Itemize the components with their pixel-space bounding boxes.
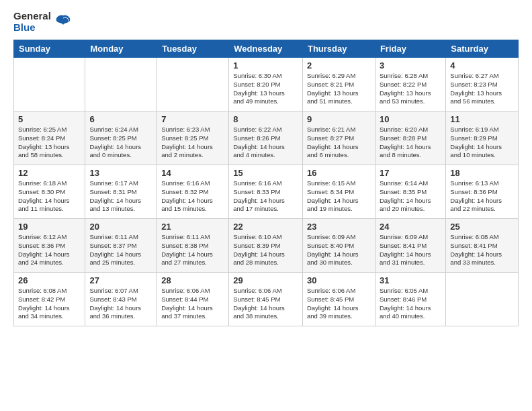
- week-row-1: 1Sunrise: 6:30 AM Sunset: 8:20 PM Daylig…: [14, 58, 519, 111]
- day-number: 11: [450, 114, 514, 124]
- calendar-cell: 29Sunrise: 6:06 AM Sunset: 8:45 PM Dayli…: [229, 273, 303, 326]
- calendar-cell: 11Sunrise: 6:19 AM Sunset: 8:29 PM Dayli…: [446, 111, 519, 165]
- calendar-cell: 9Sunrise: 6:21 AM Sunset: 8:27 PM Daylig…: [302, 111, 375, 165]
- calendar-header-row: SundayMondayTuesdayWednesdayThursdayFrid…: [14, 40, 519, 58]
- week-row-4: 19Sunrise: 6:12 AM Sunset: 8:36 PM Dayli…: [14, 219, 519, 273]
- header: General Blue: [13, 11, 519, 33]
- day-info: Sunrise: 6:22 AM Sunset: 8:26 PM Dayligh…: [233, 126, 298, 160]
- header-wednesday: Wednesday: [229, 40, 303, 58]
- day-number: 16: [307, 168, 371, 178]
- day-number: 19: [18, 222, 81, 232]
- day-number: 5: [18, 114, 81, 124]
- calendar-cell: 26Sunrise: 6:08 AM Sunset: 8:42 PM Dayli…: [14, 273, 85, 326]
- day-number: 13: [89, 168, 152, 178]
- day-info: Sunrise: 6:21 AM Sunset: 8:27 PM Dayligh…: [307, 126, 371, 160]
- calendar-cell: 14Sunrise: 6:16 AM Sunset: 8:32 PM Dayli…: [157, 165, 229, 219]
- calendar-cell: [85, 58, 157, 111]
- day-number: 4: [450, 60, 514, 71]
- day-number: 3: [380, 60, 441, 71]
- header-sunday: Sunday: [14, 40, 85, 58]
- day-number: 23: [307, 222, 371, 232]
- day-number: 27: [89, 275, 152, 285]
- day-number: 2: [307, 60, 371, 71]
- calendar-cell: 30Sunrise: 6:06 AM Sunset: 8:45 PM Dayli…: [302, 273, 375, 326]
- calendar-cell: 25Sunrise: 6:08 AM Sunset: 8:41 PM Dayli…: [446, 219, 519, 273]
- day-number: 28: [161, 275, 224, 285]
- calendar-cell: 6Sunrise: 6:24 AM Sunset: 8:25 PM Daylig…: [85, 111, 157, 165]
- logo-text: General Blue: [13, 11, 51, 33]
- week-row-3: 12Sunrise: 6:18 AM Sunset: 8:30 PM Dayli…: [14, 165, 519, 219]
- day-number: 25: [450, 222, 514, 232]
- calendar-cell: 20Sunrise: 6:11 AM Sunset: 8:37 PM Dayli…: [85, 219, 157, 273]
- day-number: 17: [380, 168, 441, 178]
- day-info: Sunrise: 6:29 AM Sunset: 8:21 PM Dayligh…: [307, 72, 371, 106]
- day-info: Sunrise: 6:17 AM Sunset: 8:31 PM Dayligh…: [89, 179, 152, 214]
- day-info: Sunrise: 6:30 AM Sunset: 8:20 PM Dayligh…: [233, 72, 298, 106]
- logo-bird-icon: [54, 13, 73, 32]
- day-info: Sunrise: 6:09 AM Sunset: 8:41 PM Dayligh…: [380, 233, 441, 267]
- calendar-cell: 10Sunrise: 6:20 AM Sunset: 8:28 PM Dayli…: [375, 111, 445, 165]
- day-info: Sunrise: 6:06 AM Sunset: 8:45 PM Dayligh…: [233, 287, 298, 321]
- day-info: Sunrise: 6:07 AM Sunset: 8:43 PM Dayligh…: [89, 287, 152, 321]
- day-info: Sunrise: 6:14 AM Sunset: 8:35 PM Dayligh…: [380, 179, 441, 214]
- calendar-cell: 21Sunrise: 6:11 AM Sunset: 8:38 PM Dayli…: [157, 219, 229, 273]
- day-info: Sunrise: 6:12 AM Sunset: 8:36 PM Dayligh…: [18, 233, 81, 267]
- calendar-cell: 1Sunrise: 6:30 AM Sunset: 8:20 PM Daylig…: [229, 58, 303, 111]
- day-info: Sunrise: 6:16 AM Sunset: 8:32 PM Dayligh…: [161, 179, 224, 214]
- day-info: Sunrise: 6:23 AM Sunset: 8:25 PM Dayligh…: [161, 126, 224, 160]
- calendar-cell: 12Sunrise: 6:18 AM Sunset: 8:30 PM Dayli…: [14, 165, 85, 219]
- day-info: Sunrise: 6:11 AM Sunset: 8:38 PM Dayligh…: [161, 233, 224, 267]
- header-thursday: Thursday: [302, 40, 375, 58]
- day-info: Sunrise: 6:06 AM Sunset: 8:44 PM Dayligh…: [161, 287, 224, 321]
- day-info: Sunrise: 6:06 AM Sunset: 8:45 PM Dayligh…: [307, 287, 371, 321]
- day-info: Sunrise: 6:10 AM Sunset: 8:39 PM Dayligh…: [233, 233, 298, 267]
- day-info: Sunrise: 6:05 AM Sunset: 8:46 PM Dayligh…: [380, 287, 441, 321]
- day-info: Sunrise: 6:08 AM Sunset: 8:41 PM Dayligh…: [450, 233, 514, 267]
- calendar-cell: 7Sunrise: 6:23 AM Sunset: 8:25 PM Daylig…: [157, 111, 229, 165]
- day-info: Sunrise: 6:25 AM Sunset: 8:24 PM Dayligh…: [18, 126, 81, 160]
- day-number: 31: [380, 275, 441, 285]
- calendar-cell: 23Sunrise: 6:09 AM Sunset: 8:40 PM Dayli…: [302, 219, 375, 273]
- header-friday: Friday: [375, 40, 445, 58]
- page: General Blue SundayMondayTuesdayWednesda…: [0, 0, 532, 411]
- day-info: Sunrise: 6:09 AM Sunset: 8:40 PM Dayligh…: [307, 233, 371, 267]
- calendar-cell: [14, 58, 85, 111]
- day-number: 6: [89, 114, 152, 124]
- calendar-table: SundayMondayTuesdayWednesdayThursdayFrid…: [13, 40, 519, 326]
- day-number: 15: [233, 168, 298, 178]
- calendar-cell: 17Sunrise: 6:14 AM Sunset: 8:35 PM Dayli…: [375, 165, 445, 219]
- day-info: Sunrise: 6:20 AM Sunset: 8:28 PM Dayligh…: [380, 126, 441, 160]
- day-number: 22: [233, 222, 298, 232]
- day-number: 26: [18, 275, 81, 285]
- day-number: 24: [380, 222, 441, 232]
- day-info: Sunrise: 6:13 AM Sunset: 8:36 PM Dayligh…: [450, 179, 514, 214]
- logo-blue-text: Blue: [13, 22, 51, 34]
- header-saturday: Saturday: [446, 40, 519, 58]
- calendar-cell: 13Sunrise: 6:17 AM Sunset: 8:31 PM Dayli…: [85, 165, 157, 219]
- logo: General Blue: [13, 11, 73, 33]
- calendar-cell: 22Sunrise: 6:10 AM Sunset: 8:39 PM Dayli…: [229, 219, 303, 273]
- day-number: 30: [307, 275, 371, 285]
- day-number: 20: [89, 222, 152, 232]
- day-info: Sunrise: 6:27 AM Sunset: 8:23 PM Dayligh…: [450, 72, 514, 106]
- calendar-cell: 4Sunrise: 6:27 AM Sunset: 8:23 PM Daylig…: [446, 58, 519, 111]
- calendar-cell: 3Sunrise: 6:28 AM Sunset: 8:22 PM Daylig…: [375, 58, 445, 111]
- day-number: 9: [307, 114, 371, 124]
- day-info: Sunrise: 6:24 AM Sunset: 8:25 PM Dayligh…: [89, 126, 152, 160]
- calendar-cell: 5Sunrise: 6:25 AM Sunset: 8:24 PM Daylig…: [14, 111, 85, 165]
- calendar-cell: 8Sunrise: 6:22 AM Sunset: 8:26 PM Daylig…: [229, 111, 303, 165]
- day-number: 10: [380, 114, 441, 124]
- day-info: Sunrise: 6:28 AM Sunset: 8:22 PM Dayligh…: [380, 72, 441, 106]
- day-info: Sunrise: 6:08 AM Sunset: 8:42 PM Dayligh…: [18, 287, 81, 321]
- calendar-cell: [157, 58, 229, 111]
- logo-general-text: General: [13, 11, 51, 22]
- header-tuesday: Tuesday: [157, 40, 229, 58]
- calendar-cell: 28Sunrise: 6:06 AM Sunset: 8:44 PM Dayli…: [157, 273, 229, 326]
- day-info: Sunrise: 6:18 AM Sunset: 8:30 PM Dayligh…: [18, 179, 81, 214]
- header-monday: Monday: [85, 40, 157, 58]
- calendar-cell: 2Sunrise: 6:29 AM Sunset: 8:21 PM Daylig…: [302, 58, 375, 111]
- calendar-cell: [446, 273, 519, 326]
- day-number: 21: [161, 222, 224, 232]
- day-number: 18: [450, 168, 514, 178]
- day-info: Sunrise: 6:15 AM Sunset: 8:34 PM Dayligh…: [307, 179, 371, 214]
